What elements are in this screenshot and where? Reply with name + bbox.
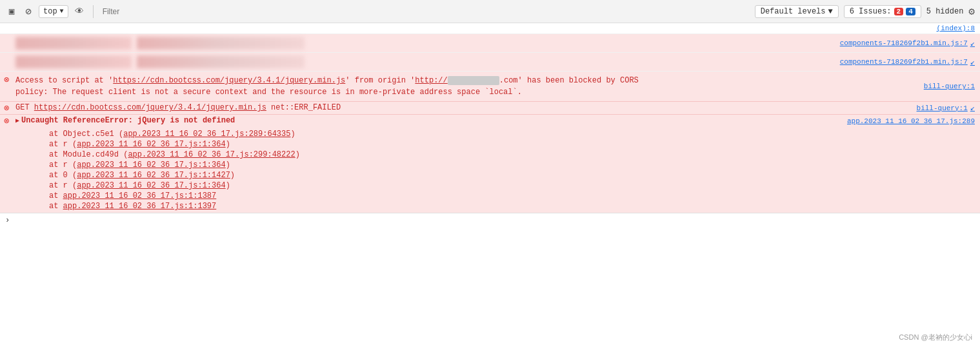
blurred-log-row-2: components-718269f2b1.min.js:7 ↙ bbox=[0, 53, 980, 72]
source-link-icon-2: ↙ bbox=[970, 57, 975, 67]
blur-source-2[interactable]: components-718269f2b1.min.js:7 ↙ bbox=[835, 53, 980, 71]
blurred-thumb-2b bbox=[137, 55, 305, 68]
blurred-content-1 bbox=[13, 34, 835, 52]
blurred-thumb-1 bbox=[15, 37, 132, 50]
no-entry-symbol: ⊘ bbox=[25, 5, 32, 18]
blurred-content-2 bbox=[13, 53, 835, 71]
console-input[interactable] bbox=[14, 216, 975, 225]
stack-trace-container: at Object.c5e1 (app.2023 11 16 02 36 17.… bbox=[0, 128, 980, 213]
get-label: GET bbox=[15, 103, 34, 112]
context-chevron-icon: ▼ bbox=[60, 8, 64, 15]
index-source-row: (index):8 bbox=[0, 23, 980, 34]
console-body: (index):8 components-718269f2b1.min.js:7… bbox=[0, 23, 980, 213]
get-error-content: GET https://cdn.bootcss.com/jquery/3.4.1… bbox=[13, 102, 912, 114]
stack-line-1: at Object.c5e1 (app.2023 11 16 02 36 17.… bbox=[15, 129, 977, 139]
expand-arrow-icon[interactable]: ▶ bbox=[15, 117, 19, 124]
blurred-thumb-1b bbox=[137, 37, 305, 50]
devtools-toolbar: ▣ ⊘ top ▼ 👁 Default levels ▼ 6 Issues: 2… bbox=[0, 0, 980, 23]
stack-link-3[interactable]: app.2023 11 16 02 36 17.js:299:48222 bbox=[128, 150, 295, 159]
stack-link-1[interactable]: app.2023 11 16 02 36 17.js:289:64335 bbox=[123, 130, 290, 139]
get-error-dot-icon: ⊗ bbox=[4, 104, 9, 113]
stack-link-6[interactable]: app.2023 11 16 02 36 17.js:1:364 bbox=[77, 181, 225, 190]
cors-origin-link[interactable]: http:// bbox=[415, 76, 447, 85]
cors-error-indicator: ⊗ bbox=[0, 73, 13, 99]
toolbar-divider bbox=[93, 5, 94, 18]
no-entry-icon[interactable]: ⊘ bbox=[22, 5, 35, 18]
uncaught-source-link[interactable]: app.2023 11 16 02 36 17.js:289 bbox=[842, 115, 980, 128]
levels-label: Default levels bbox=[761, 7, 826, 16]
error-dot-icon: ⊗ bbox=[4, 75, 9, 84]
settings-gear-icon[interactable]: ⚙ bbox=[968, 5, 975, 18]
cors-error-content: Access to script at 'https://cdn.bootcss… bbox=[13, 73, 919, 99]
get-source-link[interactable]: bill-query:1 ↙ bbox=[912, 102, 980, 114]
stack-line-7: at app.2023 11 16 02 36 17.js:1:1387 bbox=[15, 191, 977, 201]
source-link-icon-1: ↙ bbox=[970, 39, 975, 48]
cors-policy-text: policy: The request client is not a secu… bbox=[15, 88, 522, 97]
levels-dropdown[interactable]: Default levels ▼ bbox=[755, 5, 839, 18]
error-count-badge: 2 bbox=[894, 8, 904, 15]
stack-trace-content: at Object.c5e1 (app.2023 11 16 02 36 17.… bbox=[13, 128, 980, 213]
cors-error-row: ⊗ Access to script at 'https://cdn.bootc… bbox=[0, 72, 980, 102]
context-label: top bbox=[43, 7, 57, 16]
context-selector[interactable]: top ▼ bbox=[39, 5, 68, 18]
filter-input[interactable] bbox=[100, 5, 751, 19]
levels-chevron-icon: ▼ bbox=[828, 7, 833, 16]
uncaught-error-content: ▶Uncaught ReferenceError: jQuery is not … bbox=[13, 115, 842, 128]
issues-badge[interactable]: 6 Issues: 2 4 bbox=[844, 5, 921, 18]
cors-cdn-link[interactable]: https://cdn.bootcss.com/jquery/3.4.1/jqu… bbox=[113, 76, 345, 85]
console-input-row: › bbox=[0, 213, 980, 228]
uncaught-error-dot-icon: ⊗ bbox=[4, 117, 9, 126]
uncaught-error-indicator: ⊗ bbox=[0, 115, 13, 128]
blur-source-1[interactable]: components-718269f2b1.min.js:7 ↙ bbox=[835, 34, 980, 52]
panel-toggle-icon[interactable]: ▣ bbox=[5, 5, 18, 18]
hidden-label: 5 hidden bbox=[926, 7, 964, 16]
stack-link-5[interactable]: app.2023 11 16 02 36 17.js:1:1427 bbox=[77, 171, 230, 180]
get-source-icon: ↙ bbox=[970, 103, 975, 113]
cors-error-text: Access to script at 'https://cdn.bootcss… bbox=[15, 76, 639, 85]
uncaught-error-text: Uncaught ReferenceError: jQuery is not d… bbox=[21, 116, 235, 125]
issues-label: 6 Issues: bbox=[850, 7, 892, 16]
stack-link-2[interactable]: app.2023 11 16 02 36 17.js:1:364 bbox=[77, 140, 225, 149]
stack-line-5: at 0 (app.2023 11 16 02 36 17.js:1:1427) bbox=[15, 170, 977, 180]
warning-count-badge: 4 bbox=[906, 8, 915, 15]
blurred-thumb-2 bbox=[15, 55, 132, 68]
get-url-link[interactable]: https://cdn.bootcss.com/jquery/3.4.1/jqu… bbox=[34, 103, 266, 112]
watermark-text: CSDN @老衲的少女心i bbox=[899, 333, 972, 342]
stack-line-2: at r (app.2023 11 16 02 36 17.js:1:364) bbox=[15, 139, 977, 150]
get-error-indicator: ⊗ bbox=[0, 102, 13, 114]
input-chevron-icon: › bbox=[5, 216, 10, 225]
row-indicator-2 bbox=[0, 53, 13, 71]
stack-indent-indicator bbox=[0, 128, 13, 213]
stack-line-4: at r (app.2023 11 16 02 36 17.js:1:364) bbox=[15, 160, 977, 170]
stack-line-8: at app.2023 11 16 02 36 17.js:1:1397 bbox=[15, 201, 977, 211]
toolbar-right-section: Default levels ▼ 6 Issues: 2 4 5 hidden … bbox=[755, 5, 975, 18]
blurred-log-row-1: components-718269f2b1.min.js:7 ↙ bbox=[0, 34, 980, 53]
stack-link-7[interactable]: app.2023 11 16 02 36 17.js:1:1387 bbox=[63, 191, 217, 200]
stack-line-6: at r (app.2023 11 16 02 36 17.js:1:364) bbox=[15, 180, 977, 191]
get-error-row: ⊗ GET https://cdn.bootcss.com/jquery/3.4… bbox=[0, 102, 980, 115]
eye-icon[interactable]: 👁 bbox=[72, 5, 86, 19]
cors-source-link[interactable]: bill-query:1 bbox=[919, 73, 980, 99]
stack-link-4[interactable]: app.2023 11 16 02 36 17.js:1:364 bbox=[77, 160, 225, 170]
index-source-link[interactable]: (index):8 bbox=[937, 24, 975, 32]
stack-link-8[interactable]: app.2023 11 16 02 36 17.js:1:1397 bbox=[63, 202, 217, 211]
stack-line-3: at Module.cd49d (app.2023 11 16 02 36 17… bbox=[15, 150, 977, 160]
uncaught-error-row: ⊗ ▶Uncaught ReferenceError: jQuery is no… bbox=[0, 115, 980, 128]
row-indicator-1 bbox=[0, 34, 13, 52]
get-status: net::ERR_FAILED bbox=[266, 103, 341, 112]
